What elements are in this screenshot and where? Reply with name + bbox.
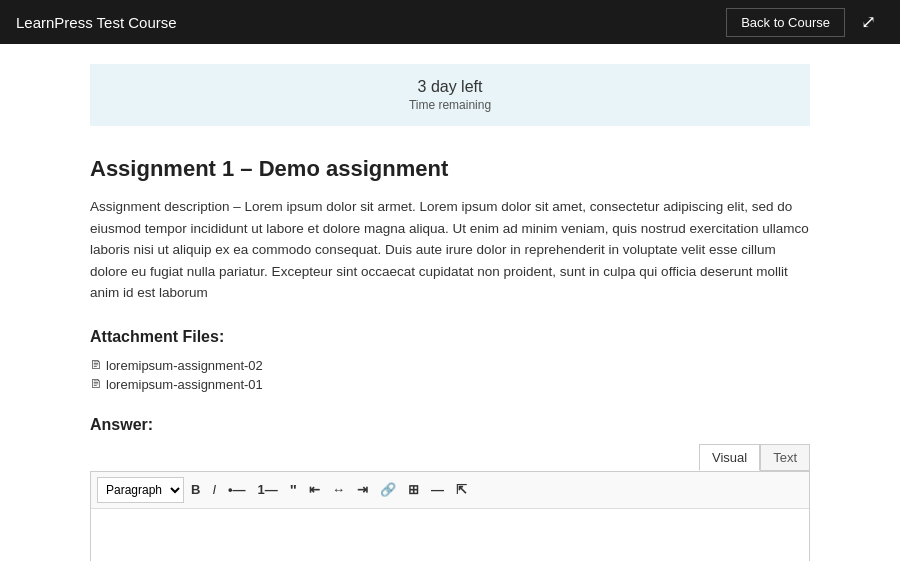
align-center-button[interactable]: ↔ xyxy=(327,477,350,503)
attachment-filename: loremipsum-assignment-02 xyxy=(106,358,263,373)
fullscreen-button[interactable]: ⤢ xyxy=(853,7,884,37)
tab-visual[interactable]: Visual xyxy=(699,444,760,471)
editor-container: Paragraph Heading 1 Heading 2 Heading 3 … xyxy=(90,471,810,561)
align-left-button[interactable]: ⇤ xyxy=(304,477,325,503)
hr-button[interactable]: ― xyxy=(426,477,449,503)
time-remaining-label: Time remaining xyxy=(110,98,790,112)
back-to-course-button[interactable]: Back to Course xyxy=(726,8,845,37)
table-button[interactable]: ⊞ xyxy=(403,477,424,503)
italic-button[interactable]: I xyxy=(207,477,221,503)
attachment-list: 🖹 loremipsum-assignment-02 🖹 loremipsum-… xyxy=(90,358,810,392)
unordered-list-button[interactable]: •― xyxy=(223,477,251,503)
timer-bar: 3 day left Time remaining xyxy=(90,64,810,126)
header: LearnPress Test Course Back to Course ⤢ xyxy=(0,0,900,44)
attachment-filename: loremipsum-assignment-01 xyxy=(106,377,263,392)
editor-toolbar: Paragraph Heading 1 Heading 2 Heading 3 … xyxy=(91,472,809,509)
list-item: 🖹 loremipsum-assignment-01 xyxy=(90,377,810,392)
header-actions: Back to Course ⤢ xyxy=(726,7,884,37)
fullscreen-icon: ⤢ xyxy=(861,12,876,32)
bold-button[interactable]: B xyxy=(186,477,205,503)
file-icon: 🖹 xyxy=(90,358,102,372)
expand-button[interactable]: ⇱ xyxy=(451,477,472,503)
paragraph-select[interactable]: Paragraph Heading 1 Heading 2 Heading 3 xyxy=(97,477,184,503)
ordered-list-button[interactable]: 1― xyxy=(253,477,283,503)
answer-editor[interactable] xyxy=(91,509,809,561)
assignment-description: Assignment description – Lorem ipsum dol… xyxy=(90,196,810,304)
days-left: 3 day left xyxy=(110,78,790,96)
attachment-heading: Attachment Files: xyxy=(90,328,810,346)
tab-text[interactable]: Text xyxy=(760,444,810,471)
list-item: 🖹 loremipsum-assignment-02 xyxy=(90,358,810,373)
file-icon: 🖹 xyxy=(90,377,102,391)
assignment-title: Assignment 1 – Demo assignment xyxy=(90,156,810,182)
align-right-button[interactable]: ⇥ xyxy=(352,477,373,503)
editor-tabs: Visual Text xyxy=(90,444,810,471)
course-title: LearnPress Test Course xyxy=(16,14,177,31)
main-content: 3 day left Time remaining Assignment 1 –… xyxy=(90,44,810,561)
answer-heading: Answer: xyxy=(90,416,810,434)
blockquote-button[interactable]: " xyxy=(285,477,302,503)
link-button[interactable]: 🔗 xyxy=(375,477,401,503)
